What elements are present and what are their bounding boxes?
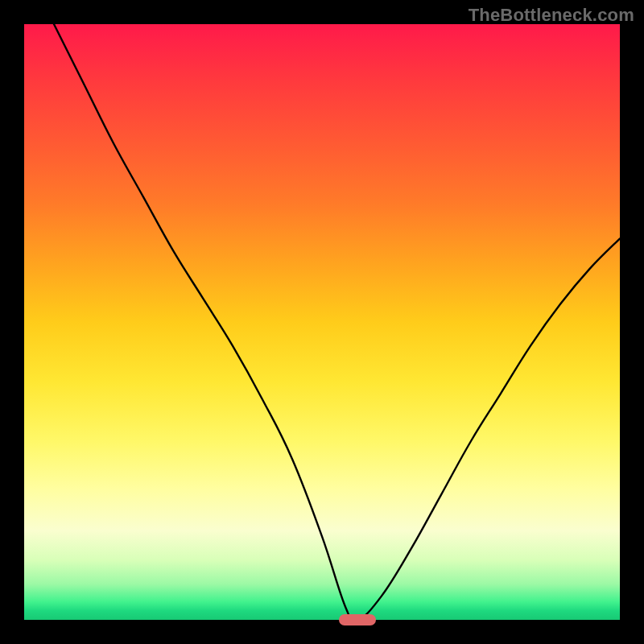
watermark-text: TheBottleneck.com	[469, 5, 634, 26]
plot-area	[24, 24, 620, 620]
chart-frame: TheBottleneck.com	[0, 0, 644, 644]
bottleneck-curve	[54, 24, 620, 621]
curve-svg	[24, 24, 620, 620]
optimum-marker	[339, 614, 376, 625]
